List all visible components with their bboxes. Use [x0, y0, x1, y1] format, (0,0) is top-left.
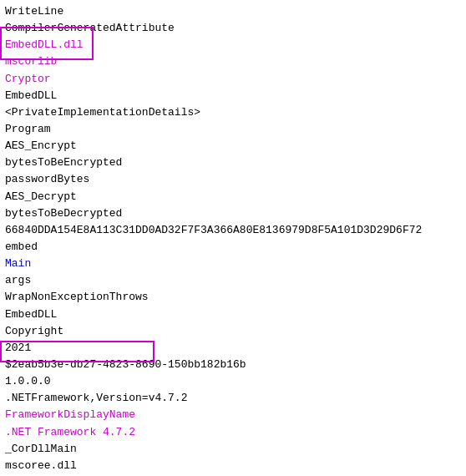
line-item: .NETFramework,Version=v4.7.2: [5, 390, 461, 407]
line-item: mscoree.dll: [5, 458, 461, 474]
line-item: Cryptor: [5, 71, 461, 88]
line-item: Copyright: [5, 323, 461, 340]
line-item: Program: [5, 121, 461, 138]
line-item: bytesToBeDecrypted: [5, 205, 461, 222]
line-item: FrameworkDisplayName: [5, 407, 461, 423]
line-item: AES_Encrypt: [5, 138, 461, 154]
line-item: <PrivateImplementationDetails>: [5, 104, 461, 121]
line-item: args: [5, 272, 461, 289]
line-item: mscorlib: [5, 53, 461, 70]
line-item: $2eab5b3e-db27-4823-8690-150bb182b16b: [5, 357, 461, 373]
line-item: WrapNonExceptionThrows: [5, 289, 461, 306]
line-item: 66840DDA154E8A113C31DD0AD32F7F3A366A80E8…: [5, 222, 461, 239]
line-item: .NET Framework 4.7.2: [5, 424, 461, 441]
line-item: EmbedDLL: [5, 88, 461, 104]
line-item: 1.0.0.0: [5, 373, 461, 390]
line-item: EmbedDLL.dll: [5, 37, 461, 53]
line-item: _CorDllMain: [5, 441, 461, 458]
line-item: 2021: [5, 340, 461, 357]
line-item: passwordBytes: [5, 171, 461, 188]
line-item: EmbedDLL: [5, 306, 461, 323]
line-item: CompilerGeneratedAttribute: [5, 20, 461, 37]
line-item: WriteLine: [5, 3, 461, 20]
line-item: bytesToBeEncrypted: [5, 154, 461, 171]
line-item: embed: [5, 239, 461, 256]
line-item: Main: [5, 256, 461, 272]
code-view: WriteLineCompilerGeneratedAttributeEmbed…: [0, 0, 466, 476]
line-item: AES_Decrypt: [5, 189, 461, 205]
